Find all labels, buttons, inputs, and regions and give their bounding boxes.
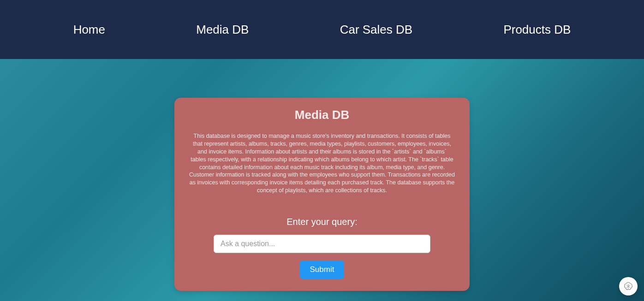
nav-item-car-sales-db[interactable]: Car Sales DB: [340, 23, 413, 37]
query-label: Enter your query:: [188, 217, 456, 227]
query-input[interactable]: [214, 235, 430, 253]
navbar: Home Media DB Car Sales DB Products DB: [0, 0, 644, 59]
card-title: Media DB: [188, 108, 456, 122]
nav-item-media-db[interactable]: Media DB: [196, 23, 249, 37]
card-description: This database is designed to manage a mu…: [188, 132, 456, 195]
openai-icon[interactable]: [619, 277, 638, 295]
query-card: Media DB This database is designed to ma…: [174, 98, 470, 291]
nav-item-products-db[interactable]: Products DB: [503, 23, 571, 37]
nav-item-home[interactable]: Home: [73, 23, 105, 37]
submit-button[interactable]: Submit: [300, 260, 345, 279]
main-area: Media DB This database is designed to ma…: [0, 59, 644, 301]
